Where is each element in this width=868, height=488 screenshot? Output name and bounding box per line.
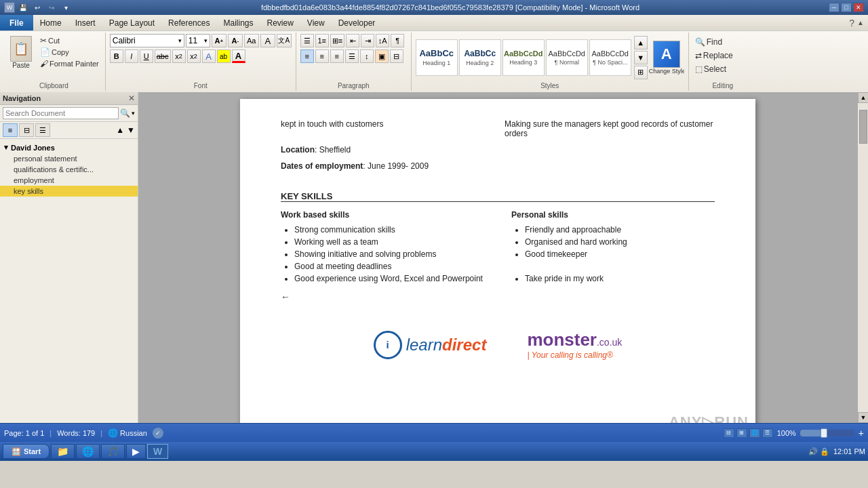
view-full-button[interactable]: ⊞ xyxy=(736,428,747,438)
strikethrough-button[interactable]: abc xyxy=(155,49,171,63)
taskbar-explorer[interactable]: 📁 xyxy=(51,444,75,459)
nav-scroll-down[interactable]: ▼ xyxy=(127,125,135,135)
menu-references[interactable]: References xyxy=(161,15,216,30)
font-color-button[interactable]: A xyxy=(232,49,245,63)
menu-pagelayout[interactable]: Page Layout xyxy=(102,15,161,30)
styles-more[interactable]: ⊞ xyxy=(634,66,648,79)
menu-mailings[interactable]: Mailings xyxy=(216,15,260,30)
normal-style[interactable]: AaBbCcDd ¶ Normal xyxy=(546,39,588,76)
decrease-indent-button[interactable]: ⇤ xyxy=(346,34,359,47)
font-size-box[interactable]: 11 ▾ xyxy=(186,34,210,47)
view-web-button[interactable]: 🌐 xyxy=(749,428,760,438)
clear-format-button[interactable]: A xyxy=(260,34,275,47)
scroll-down-button[interactable]: ▼ xyxy=(858,412,868,423)
text-highlight-button[interactable]: ab xyxy=(217,49,231,63)
copy-button[interactable]: 📄 Copy xyxy=(38,47,101,58)
multilevel-button[interactable]: ⊞≡ xyxy=(330,34,344,47)
format-painter-button[interactable]: 🖌 Format Painter xyxy=(38,58,101,69)
menu-developer[interactable]: Developer xyxy=(332,15,382,30)
view-print-button[interactable]: ⊟ xyxy=(724,428,734,438)
taskbar-ie[interactable]: 🌐 xyxy=(76,444,100,459)
line-spacing-button[interactable]: ↕ xyxy=(360,49,374,63)
align-center-button[interactable]: ≡ xyxy=(315,49,329,63)
ribbon-minimize-icon[interactable]: ▲ xyxy=(857,19,864,26)
styles-scroll-up[interactable]: ▲ xyxy=(634,36,648,49)
subscript-button[interactable]: x2 xyxy=(172,49,186,63)
font-grow-button[interactable]: A+ xyxy=(212,34,226,47)
shading-button[interactable]: ▣ xyxy=(375,49,389,63)
proofing-icon[interactable]: ✓ xyxy=(153,428,163,439)
menu-home[interactable]: Home xyxy=(33,15,68,30)
nav-view-pages[interactable]: ⊟ xyxy=(19,123,34,137)
superscript-button[interactable]: x2 xyxy=(187,49,201,63)
taskbar-windows-media[interactable]: ▶ xyxy=(126,444,146,459)
scroll-track[interactable] xyxy=(858,103,868,412)
replace-button[interactable]: ⇄Replace xyxy=(693,50,735,61)
cut-button[interactable]: ✂ Cut xyxy=(38,35,101,46)
taskbar-media[interactable]: 🎵 xyxy=(101,444,125,459)
find-button[interactable]: 🔍Find xyxy=(693,37,735,47)
bullets-button[interactable]: ☰ xyxy=(300,34,314,47)
close-button[interactable]: ✕ xyxy=(853,3,864,12)
underline-button[interactable]: U xyxy=(140,49,153,63)
nav-item-keyskills[interactable]: key skills xyxy=(0,186,138,197)
nav-item-personal[interactable]: personal statement xyxy=(0,153,138,164)
nav-item-employment[interactable]: employment xyxy=(0,175,138,186)
heading3-style[interactable]: AaBbCcDd Heading 3 xyxy=(502,39,545,76)
show-marks-button[interactable]: ¶ xyxy=(391,34,404,47)
quick-undo[interactable]: ↩ xyxy=(31,2,43,13)
select-button[interactable]: ⬚Select xyxy=(693,64,735,75)
italic-button[interactable]: I xyxy=(125,49,138,63)
zoom-level: 100% xyxy=(777,429,796,437)
change-styles-button[interactable]: A Change Styles xyxy=(649,39,684,76)
border-button[interactable]: ⊟ xyxy=(390,49,403,63)
styles-scroll-down[interactable]: ▼ xyxy=(634,51,648,64)
search-button[interactable]: 🔍 xyxy=(120,108,130,118)
font-name-box[interactable]: Calibri ▾ xyxy=(110,34,184,47)
text-effect-button[interactable]: A xyxy=(202,49,216,63)
zoom-in-button[interactable]: + xyxy=(859,428,864,439)
document-area[interactable]: kept in touch with customers Making sure… xyxy=(138,92,857,423)
heading2-style[interactable]: AaBbCc Heading 2 xyxy=(459,39,501,76)
nav-view-results[interactable]: ☰ xyxy=(35,123,50,137)
taskbar-word[interactable]: W xyxy=(147,444,168,459)
menu-view[interactable]: View xyxy=(300,15,332,30)
start-button[interactable]: 🪟 Start xyxy=(3,444,50,459)
sort-button[interactable]: ↕A xyxy=(376,34,389,47)
heading1-style[interactable]: AaBbCc Heading 1 xyxy=(416,39,458,76)
language-status[interactable]: 🌐 Russian xyxy=(108,428,147,438)
nav-item-qualifications[interactable]: qualifications & certific... xyxy=(0,164,138,175)
zoom-thumb[interactable] xyxy=(821,428,827,438)
nav-close-button[interactable]: ✕ xyxy=(128,94,135,103)
align-right-button[interactable]: ≡ xyxy=(330,49,344,63)
paste-button[interactable]: 📋 Paste xyxy=(7,34,35,71)
styles-gallery: AaBbCc Heading 1 AaBbCc Heading 2 AaBbCc… xyxy=(416,39,631,76)
minimize-button[interactable]: ─ xyxy=(829,3,840,12)
increase-indent-button[interactable]: ⇥ xyxy=(361,34,374,47)
numbering-button[interactable]: 1≡ xyxy=(315,34,329,47)
menu-review[interactable]: Review xyxy=(260,15,300,30)
no-spacing-style[interactable]: AaBbCcDd ¶ No Spaci... xyxy=(589,39,631,76)
quick-redo[interactable]: ↪ xyxy=(45,2,58,13)
maximize-button[interactable]: □ xyxy=(841,3,852,12)
search-input[interactable] xyxy=(3,107,119,119)
font-shrink-button[interactable]: A- xyxy=(228,34,243,47)
search-dropdown[interactable]: ▾ xyxy=(132,110,135,117)
menu-file[interactable]: File xyxy=(0,15,33,30)
bold-button[interactable]: B xyxy=(110,49,123,63)
nav-scroll-up[interactable]: ▲ xyxy=(116,125,124,135)
justify-button[interactable]: ☰ xyxy=(345,49,359,63)
quick-save[interactable]: 💾 xyxy=(17,2,29,13)
nav-collapse-icon: ▾ xyxy=(4,143,8,152)
change-case-button[interactable]: Aa xyxy=(244,34,259,47)
zoom-slider[interactable] xyxy=(800,430,854,436)
help-icon[interactable]: ? xyxy=(849,18,854,28)
scroll-up-button[interactable]: ▲ xyxy=(858,92,868,103)
nav-group-david-jones[interactable]: ▾ David Jones xyxy=(0,142,138,153)
nav-view-headings[interactable]: ≡ xyxy=(3,123,18,137)
phonetic-button[interactable]: 文A xyxy=(277,34,292,47)
quick-more[interactable]: ▾ xyxy=(60,2,72,13)
menu-insert[interactable]: Insert xyxy=(68,15,102,30)
view-outline-button[interactable]: ☰ xyxy=(762,428,773,438)
align-left-button[interactable]: ≡ xyxy=(300,49,314,63)
